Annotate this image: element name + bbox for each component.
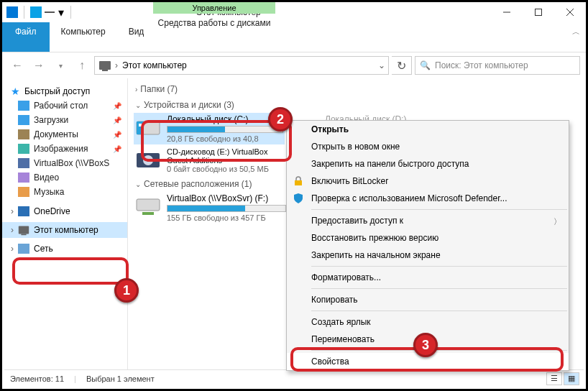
pictures-icon <box>18 144 29 154</box>
sidebar-item-downloads[interactable]: Загрузки📌 <box>2 113 127 127</box>
svg-rect-1 <box>536 9 542 16</box>
ctx-rename[interactable]: Переименовать <box>287 331 569 348</box>
ctx-bitlocker[interactable]: Включить BitLocker <box>287 172 569 190</box>
sidebar-item-videos[interactable]: Видео <box>2 170 127 185</box>
vbox-icon <box>18 158 29 168</box>
status-item-count: Элементов: 11 <box>10 374 64 383</box>
ctx-properties[interactable]: Свойства <box>287 353 569 370</box>
back-button[interactable]: ← <box>8 56 27 75</box>
svg-rect-6 <box>139 124 142 126</box>
ctx-open-new-window[interactable]: Открыть в новом окне <box>287 138 569 155</box>
qat-properties-icon[interactable] <box>30 6 42 18</box>
svg-rect-12 <box>142 212 154 215</box>
qat-item[interactable] <box>45 12 55 13</box>
star-icon: ★ <box>11 86 20 97</box>
sidebar-item-music[interactable]: Музыка <box>2 185 127 199</box>
search-placeholder: Поиск: Этот компьютер <box>435 60 528 70</box>
sidebar-item-vbox[interactable]: VirtualBox (\\VBoxS <box>2 156 127 170</box>
close-button[interactable] <box>554 2 586 22</box>
cloud-icon <box>18 206 29 216</box>
svg-rect-11 <box>137 199 160 211</box>
breadcrumb-dropdown-icon[interactable]: ⌄ <box>378 60 385 70</box>
maximize-button[interactable] <box>523 2 554 22</box>
pin-icon: 📌 <box>113 116 121 124</box>
tab-view[interactable]: Вид <box>117 22 156 52</box>
recent-locations-button[interactable]: ▾ <box>51 56 70 75</box>
up-button[interactable]: ↑ <box>73 56 91 75</box>
refresh-button[interactable]: ↻ <box>392 56 412 75</box>
pin-icon: 📌 <box>113 131 121 139</box>
file-tab[interactable]: Файл <box>2 22 50 52</box>
sidebar-onedrive[interactable]: ›OneDrive <box>2 205 127 218</box>
nav-toolbar: ← → ▾ ↑ › Этот компьютер ⌄ ↻ 🔍 Поиск: Эт… <box>2 52 586 78</box>
ctx-create-shortcut[interactable]: Создать ярлык <box>287 313 569 331</box>
pc-icon <box>19 226 29 234</box>
ctx-give-access[interactable]: Предоставить доступ к〉 <box>287 212 569 229</box>
minimize-button[interactable] <box>491 2 523 22</box>
ctx-format[interactable]: Форматировать... <box>287 269 569 286</box>
bitlocker-icon <box>293 175 304 187</box>
desktop-icon <box>18 101 29 111</box>
contextual-tab[interactable]: Средства работы с дисками <box>153 14 275 28</box>
capacity-bar <box>167 126 283 133</box>
hdd-icon <box>135 114 161 140</box>
ctx-open[interactable]: Открыть <box>287 121 569 138</box>
status-selected: Выбран 1 элемент <box>86 374 155 383</box>
shield-icon <box>293 193 304 204</box>
pin-icon: 📌 <box>113 102 121 110</box>
download-icon <box>18 115 29 125</box>
video-icon <box>18 172 29 183</box>
ctx-defender-scan[interactable]: Проверка с использованием Microsoft Defe… <box>287 190 569 207</box>
sidebar-quick-access[interactable]: ★Быстрый доступ <box>2 84 127 98</box>
search-icon: 🔍 <box>420 60 431 70</box>
ctx-restore-previous[interactable]: Восстановить прежнюю версию <box>287 229 569 247</box>
search-input[interactable]: 🔍 Поиск: Этот компьютер <box>415 56 580 75</box>
svg-rect-13 <box>295 180 302 185</box>
network-icon <box>18 244 29 254</box>
status-bar: Элементов: 11 | Выбран 1 элемент ☰ ▦ <box>4 369 584 387</box>
pin-icon: 📌 <box>113 145 121 153</box>
qat-dropdown-icon[interactable]: ▾ <box>58 7 65 17</box>
group-folders[interactable]: ›Папки (7) <box>135 83 579 98</box>
group-drives[interactable]: ⌄Устройства и диски (3) <box>135 98 579 114</box>
network-drive-icon <box>135 193 161 219</box>
breadcrumb-current[interactable]: Этот компьютер <box>122 60 187 70</box>
details-view-button[interactable]: ☰ <box>546 372 562 385</box>
drive-free-text: 20,8 ГБ свободно из 40,8 <box>167 134 283 143</box>
svg-point-10 <box>147 159 150 162</box>
title-bar: ▾ Управление Средства работы с дисками Э… <box>2 2 586 22</box>
documents-icon <box>18 129 29 139</box>
app-icon <box>6 6 18 18</box>
tiles-view-button[interactable]: ▦ <box>564 372 579 385</box>
sidebar-item-documents[interactable]: Документы📌 <box>2 127 127 142</box>
ribbon-toggle-icon[interactable]: ︿ <box>572 27 580 37</box>
pc-icon <box>99 61 111 70</box>
drive-c[interactable]: Локальный диск (C:) 20,8 ГБ свободно из … <box>134 113 285 144</box>
music-icon <box>18 187 29 197</box>
svg-rect-5 <box>137 121 144 134</box>
sidebar-this-pc[interactable]: ›Этот компьютер <box>2 222 127 238</box>
drive-e[interactable]: CD-дисковод (E:) VirtualBox Guest Additi… <box>135 147 286 173</box>
quick-access-toolbar: ▾ <box>2 6 74 19</box>
ctx-pin-quick-access[interactable]: Закрепить на панели быстрого доступа <box>287 155 569 172</box>
contextual-tab-header: Управление <box>153 2 275 14</box>
forward-button[interactable]: → <box>29 56 48 75</box>
chevron-right-icon: 〉 <box>553 216 561 227</box>
sidebar-item-desktop[interactable]: Рабочий стол📌 <box>2 98 127 113</box>
contextual-tab-group: Управление Средства работы с дисками <box>153 2 275 28</box>
ctx-copy[interactable]: Копировать <box>287 291 569 308</box>
ctx-pin-start[interactable]: Закрепить на начальном экране <box>287 247 569 264</box>
sidebar-item-pictures[interactable]: Изображения📌 <box>2 142 127 156</box>
ribbon: Файл Компьютер Вид ︿ <box>2 22 586 52</box>
drive-name: Локальный диск (C:) <box>167 114 283 124</box>
address-bar[interactable]: › Этот компьютер ⌄ <box>94 56 389 75</box>
context-menu: Открыть Открыть в новом окне Закрепить н… <box>286 120 569 371</box>
sidebar-network[interactable]: ›Сеть <box>2 242 127 255</box>
tab-computer[interactable]: Компьютер <box>50 22 117 52</box>
navigation-pane: ★Быстрый доступ Рабочий стол📌 Загрузки📌 … <box>2 78 128 370</box>
cd-icon <box>135 147 161 173</box>
network-drive-f[interactable]: VirtualBox (\\VBoxSvr) (F:) 155 ГБ свобо… <box>135 193 286 222</box>
